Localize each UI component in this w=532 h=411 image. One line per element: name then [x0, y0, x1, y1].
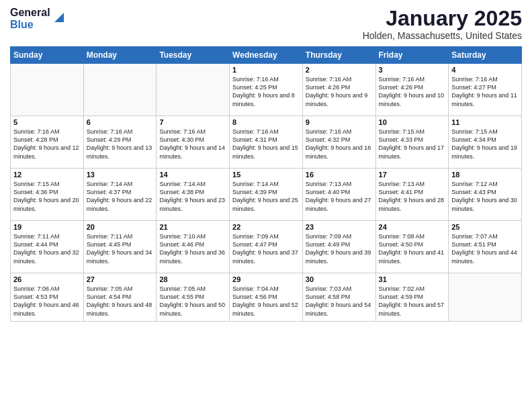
day-info: Sunrise: 7:08 AM Sunset: 4:50 PM Dayligh… — [379, 232, 446, 265]
day-info: Sunrise: 7:09 AM Sunset: 4:47 PM Dayligh… — [232, 232, 300, 265]
day-number: 18 — [451, 171, 519, 179]
day-info: Sunrise: 7:11 AM Sunset: 4:45 PM Dayligh… — [87, 232, 154, 265]
table-row: 11Sunrise: 7:15 AM Sunset: 4:34 PM Dayli… — [449, 116, 522, 169]
table-row: 12Sunrise: 7:15 AM Sunset: 4:36 PM Dayli… — [11, 169, 84, 221]
calendar-week-row: 19Sunrise: 7:11 AM Sunset: 4:44 PM Dayli… — [11, 221, 522, 273]
day-number: 29 — [232, 275, 300, 283]
day-info: Sunrise: 7:15 AM Sunset: 4:33 PM Dayligh… — [379, 128, 446, 161]
svg-marker-0 — [54, 13, 64, 22]
table-row: 10Sunrise: 7:15 AM Sunset: 4:33 PM Dayli… — [375, 116, 449, 169]
table-row: 22Sunrise: 7:09 AM Sunset: 4:47 PM Dayli… — [230, 221, 303, 273]
table-row: 9Sunrise: 7:16 AM Sunset: 4:32 PM Daylig… — [302, 116, 375, 169]
table-row: 2Sunrise: 7:16 AM Sunset: 4:26 PM Daylig… — [302, 64, 375, 116]
table-row: 13Sunrise: 7:14 AM Sunset: 4:37 PM Dayli… — [83, 169, 157, 221]
calendar-week-row: 12Sunrise: 7:15 AM Sunset: 4:36 PM Dayli… — [11, 169, 522, 221]
day-number: 28 — [159, 275, 226, 283]
day-number: 6 — [87, 118, 154, 126]
day-info: Sunrise: 7:16 AM Sunset: 4:31 PM Dayligh… — [232, 128, 300, 161]
calendar-table: Sunday Monday Tuesday Wednesday Thursday… — [10, 46, 522, 322]
header-saturday: Saturday — [449, 47, 522, 64]
day-info: Sunrise: 7:16 AM Sunset: 4:28 PM Dayligh… — [13, 128, 81, 161]
day-number: 5 — [13, 118, 81, 126]
day-info: Sunrise: 7:12 AM Sunset: 4:43 PM Dayligh… — [451, 180, 519, 213]
table-row: 23Sunrise: 7:09 AM Sunset: 4:49 PM Dayli… — [302, 221, 375, 273]
day-number: 21 — [159, 223, 226, 231]
table-row: 17Sunrise: 7:13 AM Sunset: 4:41 PM Dayli… — [375, 169, 449, 221]
table-row — [157, 64, 230, 116]
day-info: Sunrise: 7:09 AM Sunset: 4:49 PM Dayligh… — [306, 232, 373, 265]
day-info: Sunrise: 7:04 AM Sunset: 4:56 PM Dayligh… — [232, 285, 300, 318]
table-row: 29Sunrise: 7:04 AM Sunset: 4:56 PM Dayli… — [230, 273, 303, 322]
day-number: 25 — [451, 223, 519, 231]
table-row: 21Sunrise: 7:10 AM Sunset: 4:46 PM Dayli… — [157, 221, 230, 273]
calendar-week-row: 1Sunrise: 7:16 AM Sunset: 4:25 PM Daylig… — [11, 64, 522, 116]
table-row — [11, 64, 84, 116]
logo-general-text: General — [10, 7, 50, 19]
header-sunday: Sunday — [11, 47, 84, 64]
table-row — [449, 273, 522, 322]
header-wednesday: Wednesday — [230, 47, 303, 64]
header: General Blue January 2025 Holden, Massac… — [10, 7, 522, 41]
month-title: January 2025 — [363, 7, 522, 30]
day-number: 16 — [306, 171, 373, 179]
table-row: 27Sunrise: 7:05 AM Sunset: 4:54 PM Dayli… — [83, 273, 157, 322]
day-number: 9 — [306, 118, 373, 126]
day-number: 13 — [87, 171, 154, 179]
day-info: Sunrise: 7:02 AM Sunset: 4:59 PM Dayligh… — [379, 285, 446, 318]
logo-blue-text: Blue — [10, 19, 50, 31]
day-number: 2 — [306, 66, 373, 74]
day-number: 31 — [379, 275, 446, 283]
day-number: 8 — [232, 118, 300, 126]
day-info: Sunrise: 7:05 AM Sunset: 4:54 PM Dayligh… — [87, 285, 154, 318]
day-number: 20 — [87, 223, 154, 231]
day-info: Sunrise: 7:05 AM Sunset: 4:55 PM Dayligh… — [159, 285, 226, 318]
table-row: 31Sunrise: 7:02 AM Sunset: 4:59 PM Dayli… — [375, 273, 449, 322]
table-row: 16Sunrise: 7:13 AM Sunset: 4:40 PM Dayli… — [302, 169, 375, 221]
day-number: 12 — [13, 171, 81, 179]
header-tuesday: Tuesday — [157, 47, 230, 64]
table-row: 28Sunrise: 7:05 AM Sunset: 4:55 PM Dayli… — [157, 273, 230, 322]
header-friday: Friday — [375, 47, 449, 64]
table-row: 4Sunrise: 7:16 AM Sunset: 4:27 PM Daylig… — [449, 64, 522, 116]
logo: General Blue — [10, 7, 66, 32]
table-row: 18Sunrise: 7:12 AM Sunset: 4:43 PM Dayli… — [449, 169, 522, 221]
title-section: January 2025 Holden, Massachusetts, Unit… — [363, 7, 522, 41]
day-number: 14 — [159, 171, 226, 179]
day-info: Sunrise: 7:14 AM Sunset: 4:39 PM Dayligh… — [232, 180, 300, 213]
table-row: 6Sunrise: 7:16 AM Sunset: 4:29 PM Daylig… — [83, 116, 157, 169]
day-number: 7 — [159, 118, 226, 126]
day-number: 24 — [379, 223, 446, 231]
table-row: 19Sunrise: 7:11 AM Sunset: 4:44 PM Dayli… — [11, 221, 84, 273]
location: Holden, Massachusetts, United States — [363, 30, 522, 41]
day-number: 23 — [306, 223, 373, 231]
day-info: Sunrise: 7:15 AM Sunset: 4:36 PM Dayligh… — [13, 180, 81, 213]
table-row: 7Sunrise: 7:16 AM Sunset: 4:30 PM Daylig… — [157, 116, 230, 169]
table-row: 20Sunrise: 7:11 AM Sunset: 4:45 PM Dayli… — [83, 221, 157, 273]
day-info: Sunrise: 7:07 AM Sunset: 4:51 PM Dayligh… — [451, 232, 519, 265]
table-row: 15Sunrise: 7:14 AM Sunset: 4:39 PM Dayli… — [230, 169, 303, 221]
table-row: 5Sunrise: 7:16 AM Sunset: 4:28 PM Daylig… — [11, 116, 84, 169]
table-row: 14Sunrise: 7:14 AM Sunset: 4:38 PM Dayli… — [157, 169, 230, 221]
table-row: 24Sunrise: 7:08 AM Sunset: 4:50 PM Dayli… — [375, 221, 449, 273]
day-number: 17 — [379, 171, 446, 179]
table-row: 1Sunrise: 7:16 AM Sunset: 4:25 PM Daylig… — [230, 64, 303, 116]
day-number: 30 — [306, 275, 373, 283]
day-number: 19 — [13, 223, 81, 231]
day-info: Sunrise: 7:16 AM Sunset: 4:29 PM Dayligh… — [87, 128, 154, 161]
table-row: 8Sunrise: 7:16 AM Sunset: 4:31 PM Daylig… — [230, 116, 303, 169]
day-number: 15 — [232, 171, 300, 179]
header-thursday: Thursday — [302, 47, 375, 64]
day-number: 27 — [87, 275, 154, 283]
day-info: Sunrise: 7:11 AM Sunset: 4:44 PM Dayligh… — [13, 232, 81, 265]
day-info: Sunrise: 7:15 AM Sunset: 4:34 PM Dayligh… — [451, 128, 519, 161]
day-info: Sunrise: 7:03 AM Sunset: 4:58 PM Dayligh… — [306, 285, 373, 318]
day-info: Sunrise: 7:06 AM Sunset: 4:53 PM Dayligh… — [13, 285, 81, 318]
day-info: Sunrise: 7:16 AM Sunset: 4:32 PM Dayligh… — [306, 128, 373, 161]
day-number: 3 — [379, 66, 446, 74]
day-number: 1 — [232, 66, 300, 74]
day-info: Sunrise: 7:16 AM Sunset: 4:30 PM Dayligh… — [159, 128, 226, 161]
logo-chevron-icon — [52, 10, 66, 25]
weekday-header-row: Sunday Monday Tuesday Wednesday Thursday… — [11, 47, 522, 64]
day-number: 22 — [232, 223, 300, 231]
table-row: 25Sunrise: 7:07 AM Sunset: 4:51 PM Dayli… — [449, 221, 522, 273]
